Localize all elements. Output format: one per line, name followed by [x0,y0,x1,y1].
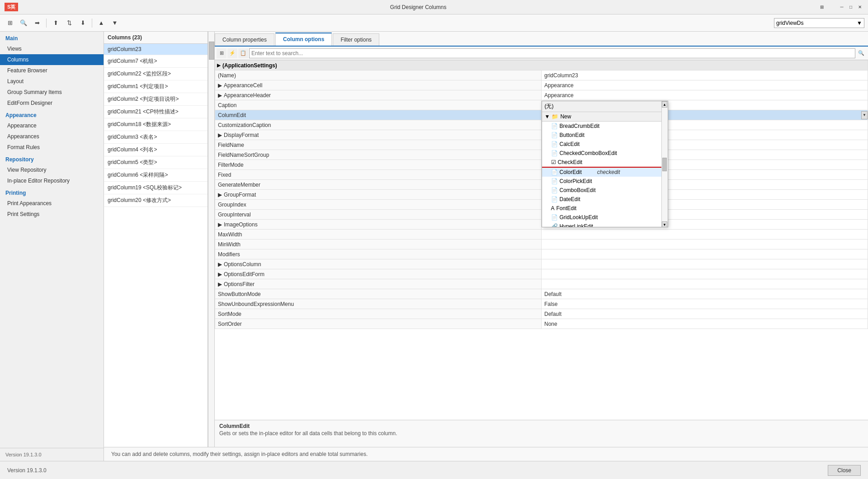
expand-icon-opts-filter[interactable]: ▶ [218,281,222,287]
close-button[interactable]: Close [828,465,861,476]
sidebar-item-print-settings[interactable]: Print Settings [0,209,104,220]
props-extra-btn[interactable]: 📋 [238,48,248,58]
toolbar-grid-btn[interactable]: ⊞ [4,17,16,29]
column-item-gridcolumn1[interactable]: gridColumn1 <判定项目> [104,80,208,93]
expand-arrow-icon[interactable]: ▼ [545,113,550,120]
sidebar-item-views[interactable]: Views [0,43,104,54]
dropdown-item-combobox[interactable]: 📄 ComboBoxEdit [542,186,661,195]
dropdown-item-font[interactable]: A FontEdit [542,204,661,213]
item-label-breadcrumb: BreadCrumbEdit [560,123,600,129]
sidebar-item-editform[interactable]: EditForm Designer [0,98,104,108]
sidebar-item-appearances[interactable]: Appearances [0,131,104,142]
dropdown-item-checkedcombo[interactable]: 📄 CheckedComboBoxEdit [542,149,661,158]
sidebar-item-view-repo[interactable]: View Repository [0,164,104,175]
column-item-gridcolumn7[interactable]: gridColumn7 <机组> [104,55,208,68]
prop-value-appearance-header[interactable]: Appearance [542,90,868,100]
main-toolbar: ⊞ 🔍 ➡ ⬆ ⇅ ⬇ ▲ ▼ gridViewDs ▼ [0,14,868,32]
dropdown-null-option[interactable]: (无) [542,101,661,112]
toolbar-search-btn[interactable]: 🔍 [17,17,30,29]
toolbar-updown-btn[interactable]: ⇅ [63,17,75,29]
sidebar-item-appearance[interactable]: Appearance [0,120,104,131]
prop-label-opts-filter: ▶OptionsFilter [215,279,542,289]
minimize-button[interactable]: ─ [838,4,845,11]
expand-icon-image-opts[interactable]: ▶ [218,221,222,228]
expand-icon-group-format[interactable]: ▶ [218,192,222,198]
columns-scrollbar[interactable] [208,32,214,447]
sidebar-item-print-appearances[interactable]: Print Appearances [0,198,104,209]
column-item-gridcolumn23[interactable]: gridColumn23 [104,44,208,55]
prop-label-appearance-header: ▶AppearanceHeader [215,90,542,100]
dropdown-item-button[interactable]: 📄 ButtonEdit [542,131,661,140]
props-search-input[interactable] [249,48,855,58]
dropdown-item-colorpick[interactable]: 📄 ColorPickEdit [542,177,661,186]
column-item-gridcolumn18[interactable]: gridColumn18 <数据来源> [104,118,208,131]
prop-value-opts-col[interactable] [542,259,868,269]
dropdown-scrollbar[interactable]: ▲ ▼ [661,101,668,227]
prop-label-opts-editform: ▶OptionsEditForm [215,269,542,279]
tab-column-options[interactable]: Column options [275,33,332,46]
column-item-gridcolumn20[interactable]: gridColumn20 <修改方式> [104,194,208,207]
dropdown-item-calc[interactable]: 📄 CalcEdit [542,140,661,149]
dropdown-item-hyperlink[interactable]: 🔗 HyperLinkEdit [542,222,661,227]
columns-scroll-thumb[interactable] [209,42,214,60]
maximize-button[interactable]: □ [847,4,854,11]
prop-label-caption: Caption [215,100,542,110]
prop-value-show-unbound[interactable]: False [542,299,868,309]
prop-value-min-width[interactable] [542,240,868,249]
expand-icon-appearance-cell[interactable]: ▶ [218,82,222,89]
column-item-gridcolumn6[interactable]: gridColumn6 <采样间隔> [104,169,208,182]
column-item-gridcolumn22[interactable]: gridColumn22 <监控区段> [104,68,208,80]
view-dropdown[interactable]: gridViewDs ▼ [774,18,864,28]
close-window-button[interactable]: ✕ [856,4,863,11]
dropdown-item-date[interactable]: 📄 DateEdit [542,195,661,204]
expand-icon-appearance-header[interactable]: ▶ [218,92,222,99]
dropdown-scroll-down-btn[interactable]: ▼ [662,221,667,227]
props-sort-btn[interactable]: ⚡ [227,48,237,58]
prop-value-show-btn[interactable]: Default [542,289,868,299]
content-area: Main Views Columns Feature Browser Layou… [0,32,868,461]
item-label-hyperlink: HyperLinkEdit [560,223,594,227]
tab-filter-options[interactable]: Filter options [333,33,379,46]
prop-value-sort-mode[interactable]: Default [542,309,868,319]
toolbar-down-btn[interactable]: ⬇ [76,17,89,29]
sidebar-item-group-summary[interactable]: Group Summary Items [0,87,104,98]
sidebar-item-layout[interactable]: Layout [0,76,104,87]
prop-value-sort-order[interactable]: None [542,319,868,329]
sidebar-item-format-rules[interactable]: Format Rules [0,142,104,153]
props-grid-view-btn[interactable]: ⊞ [217,48,226,58]
dropdown-item-gridlookup[interactable]: 📄 GridLookUpEdit [542,213,661,222]
sidebar-item-editor-repo[interactable]: In-place Editor Repository [0,175,104,186]
dropdown-scroll-up-btn[interactable]: ▲ [662,101,667,108]
expand-icon-opts-col[interactable]: ▶ [218,261,222,268]
sidebar-item-columns[interactable]: Columns [0,54,104,65]
tab-column-properties[interactable]: Column properties [215,33,274,46]
prop-value-name[interactable]: gridColumn23 [542,70,868,80]
column-edit-dropdown-btn[interactable]: ▼ [861,111,868,119]
prop-value-modifiers[interactable] [542,249,868,259]
dropdown-scroll-thumb[interactable] [662,158,667,171]
sidebar-item-feature-browser[interactable]: Feature Browser [0,65,104,76]
column-item-gridcolumn19[interactable]: gridColumn19 <SQL校验标记> [104,182,208,194]
prop-value-opts-filter[interactable] [542,279,868,289]
prop-value-appearance-cell[interactable]: Appearance [542,80,868,90]
toolbar-expand-btn[interactable]: ▼ [108,17,121,29]
column-item-gridcolumn3[interactable]: gridColumn3 <表名> [104,131,208,144]
grid-icon[interactable]: ⊞ [818,4,826,11]
toolbar-arrow-btn[interactable]: ➡ [31,17,43,29]
column-item-gridcolumn4[interactable]: gridColumn4 <列名> [104,144,208,156]
column-item-gridcolumn21[interactable]: gridColumn21 <CP特性描述> [104,106,208,118]
toolbar-up-btn[interactable]: ⬆ [49,17,62,29]
dropdown-item-breadcrumb[interactable]: 📄 BreadCrumbEdit [542,122,661,131]
column-item-gridcolumn2[interactable]: gridColumn2 <判定项目说明> [104,93,208,106]
expand-icon-display-format[interactable]: ▶ [218,132,222,138]
expand-icon-opts-editform[interactable]: ▶ [218,271,222,277]
prop-value-opts-editform[interactable] [542,269,868,279]
expand-icon-app-settings[interactable]: ▶ [217,63,221,68]
item-icon-font: A [551,205,555,211]
column-item-gridcolumn5[interactable]: gridColumn5 <类型> [104,156,208,169]
toolbar-collapse-btn[interactable]: ▲ [95,17,108,29]
prop-value-max-width[interactable] [542,230,868,240]
dropdown-item-coloredit[interactable]: 📄 ColorEdit checkedit [542,168,661,177]
prop-label-min-width: MinWidth [215,240,542,249]
dropdown-item-checkedit[interactable]: ☑ CheckEdit [542,158,661,167]
